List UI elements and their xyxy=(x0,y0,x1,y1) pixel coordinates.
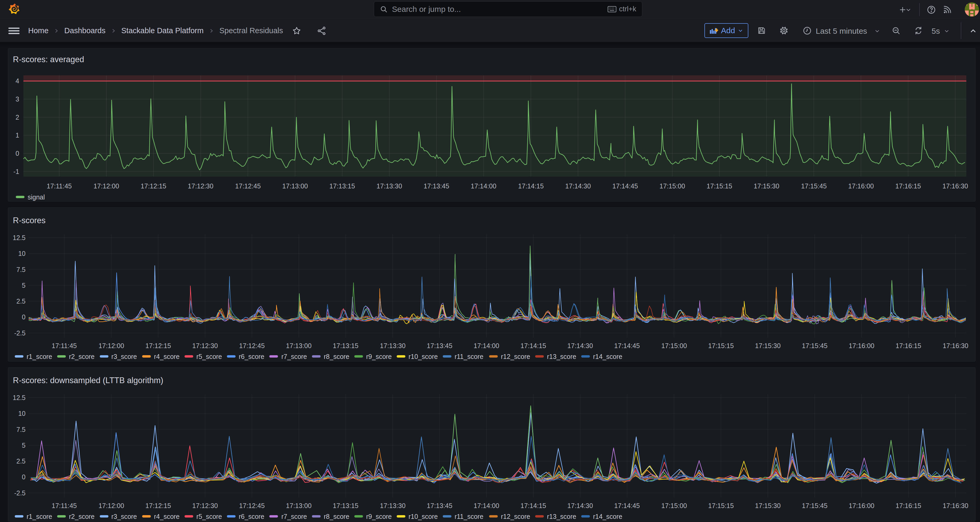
svg-text:r12_score: r12_score xyxy=(501,353,530,360)
svg-text:17:13:15: 17:13:15 xyxy=(333,502,358,509)
svg-text:17:13:15: 17:13:15 xyxy=(329,182,355,190)
svg-text:2.5: 2.5 xyxy=(16,457,25,465)
svg-text:r8_score: r8_score xyxy=(324,513,349,520)
svg-text:r7_score: r7_score xyxy=(282,513,307,520)
svg-text:17:14:30: 17:14:30 xyxy=(565,182,591,190)
svg-text:17:13:30: 17:13:30 xyxy=(376,182,402,190)
svg-text:7.5: 7.5 xyxy=(16,266,25,273)
svg-text:r5_score: r5_score xyxy=(196,513,222,520)
svg-text:r4_score: r4_score xyxy=(154,513,180,520)
svg-text:r12_score: r12_score xyxy=(501,513,530,520)
svg-text:17:16:00: 17:16:00 xyxy=(849,342,874,350)
svg-text:17:11:45: 17:11:45 xyxy=(52,502,76,509)
svg-text:17:12:00: 17:12:00 xyxy=(99,342,124,350)
svg-text:r14_score: r14_score xyxy=(593,513,622,520)
svg-text:17:13:15: 17:13:15 xyxy=(333,342,358,350)
svg-text:17:15:15: 17:15:15 xyxy=(708,342,733,350)
svg-text:17:12:15: 17:12:15 xyxy=(145,502,171,509)
svg-text:12.5: 12.5 xyxy=(13,394,25,401)
svg-text:17:12:45: 17:12:45 xyxy=(239,342,264,350)
svg-text:0: 0 xyxy=(22,313,25,321)
svg-text:r6_score: r6_score xyxy=(239,353,264,360)
svg-text:17:11:45: 17:11:45 xyxy=(46,182,72,190)
svg-text:-2.5: -2.5 xyxy=(14,489,25,497)
svg-text:10: 10 xyxy=(18,410,25,417)
svg-text:10: 10 xyxy=(18,250,25,257)
svg-text:2: 2 xyxy=(16,113,19,121)
svg-text:1: 1 xyxy=(16,131,19,139)
svg-text:R-scores: R-scores xyxy=(13,216,46,225)
svg-text:5: 5 xyxy=(22,282,25,289)
svg-text:17:13:30: 17:13:30 xyxy=(380,502,406,509)
svg-text:signal: signal xyxy=(28,193,45,201)
svg-text:0: 0 xyxy=(22,473,25,480)
svg-text:17:15:15: 17:15:15 xyxy=(706,182,732,190)
svg-text:17:16:00: 17:16:00 xyxy=(848,182,873,190)
svg-text:3: 3 xyxy=(16,96,19,103)
svg-text:17:14:00: 17:14:00 xyxy=(474,502,499,509)
svg-text:17:14:15: 17:14:15 xyxy=(518,182,544,190)
svg-text:r5_score: r5_score xyxy=(196,353,222,360)
svg-text:17:12:45: 17:12:45 xyxy=(239,502,264,509)
svg-text:R-scores: averaged: R-scores: averaged xyxy=(13,55,84,64)
svg-text:17:12:45: 17:12:45 xyxy=(235,182,261,190)
svg-text:17:12:30: 17:12:30 xyxy=(192,342,218,350)
svg-text:-2.5: -2.5 xyxy=(14,329,25,337)
svg-text:17:16:15: 17:16:15 xyxy=(895,182,921,190)
svg-text:r3_score: r3_score xyxy=(111,513,137,520)
svg-text:17:12:15: 17:12:15 xyxy=(140,182,166,190)
svg-text:r3_score: r3_score xyxy=(111,353,137,360)
svg-text:7.5: 7.5 xyxy=(16,426,25,433)
svg-text:12.5: 12.5 xyxy=(13,234,25,241)
svg-text:17:15:30: 17:15:30 xyxy=(755,502,781,509)
svg-text:r9_score: r9_score xyxy=(366,513,392,520)
svg-text:17:15:30: 17:15:30 xyxy=(754,182,779,190)
svg-text:2.5: 2.5 xyxy=(16,297,25,305)
svg-text:17:14:30: 17:14:30 xyxy=(567,342,593,350)
svg-text:5: 5 xyxy=(22,442,25,449)
svg-text:17:13:00: 17:13:00 xyxy=(286,502,312,509)
svg-text:17:16:15: 17:16:15 xyxy=(896,502,921,509)
svg-text:17:15:00: 17:15:00 xyxy=(661,342,687,350)
svg-text:17:15:45: 17:15:45 xyxy=(802,502,827,509)
svg-text:17:13:00: 17:13:00 xyxy=(286,342,312,350)
svg-text:r10_score: r10_score xyxy=(409,513,438,520)
svg-text:r6_score: r6_score xyxy=(239,513,264,520)
svg-text:17:13:45: 17:13:45 xyxy=(423,182,449,190)
svg-text:17:16:30: 17:16:30 xyxy=(943,342,968,350)
svg-text:17:15:30: 17:15:30 xyxy=(755,342,781,350)
svg-text:17:14:15: 17:14:15 xyxy=(520,502,546,509)
svg-text:r1_score: r1_score xyxy=(27,353,52,360)
svg-text:r11_score: r11_score xyxy=(455,353,483,360)
svg-text:r11_score: r11_score xyxy=(455,513,483,520)
svg-text:r14_score: r14_score xyxy=(593,353,622,360)
svg-text:17:14:45: 17:14:45 xyxy=(614,342,640,350)
svg-text:17:14:45: 17:14:45 xyxy=(612,182,638,190)
svg-text:17:16:00: 17:16:00 xyxy=(849,502,874,509)
svg-text:r9_score: r9_score xyxy=(366,353,392,360)
svg-text:17:16:15: 17:16:15 xyxy=(896,342,921,350)
svg-text:4: 4 xyxy=(16,77,19,85)
svg-text:17:14:00: 17:14:00 xyxy=(471,182,496,190)
svg-text:17:16:30: 17:16:30 xyxy=(943,502,968,509)
svg-text:r1_score: r1_score xyxy=(27,513,52,520)
svg-text:r8_score: r8_score xyxy=(324,353,349,360)
svg-text:r2_score: r2_score xyxy=(69,513,94,520)
svg-text:0: 0 xyxy=(16,150,19,157)
svg-text:17:12:15: 17:12:15 xyxy=(145,342,171,350)
svg-text:17:13:30: 17:13:30 xyxy=(380,342,406,350)
svg-text:17:12:30: 17:12:30 xyxy=(188,182,213,190)
svg-text:17:13:00: 17:13:00 xyxy=(282,182,308,190)
svg-text:-1: -1 xyxy=(13,168,19,175)
svg-text:17:12:30: 17:12:30 xyxy=(192,502,218,509)
svg-text:17:13:45: 17:13:45 xyxy=(427,342,452,350)
svg-text:r4_score: r4_score xyxy=(154,353,180,360)
svg-text:17:11:45: 17:11:45 xyxy=(52,342,76,350)
svg-text:r10_score: r10_score xyxy=(409,353,438,360)
svg-text:r7_score: r7_score xyxy=(282,353,307,360)
svg-text:17:14:15: 17:14:15 xyxy=(520,342,546,350)
svg-text:17:15:45: 17:15:45 xyxy=(801,182,827,190)
svg-text:r13_score: r13_score xyxy=(547,353,576,360)
svg-text:17:15:00: 17:15:00 xyxy=(661,502,687,509)
svg-text:17:15:15: 17:15:15 xyxy=(708,502,733,509)
